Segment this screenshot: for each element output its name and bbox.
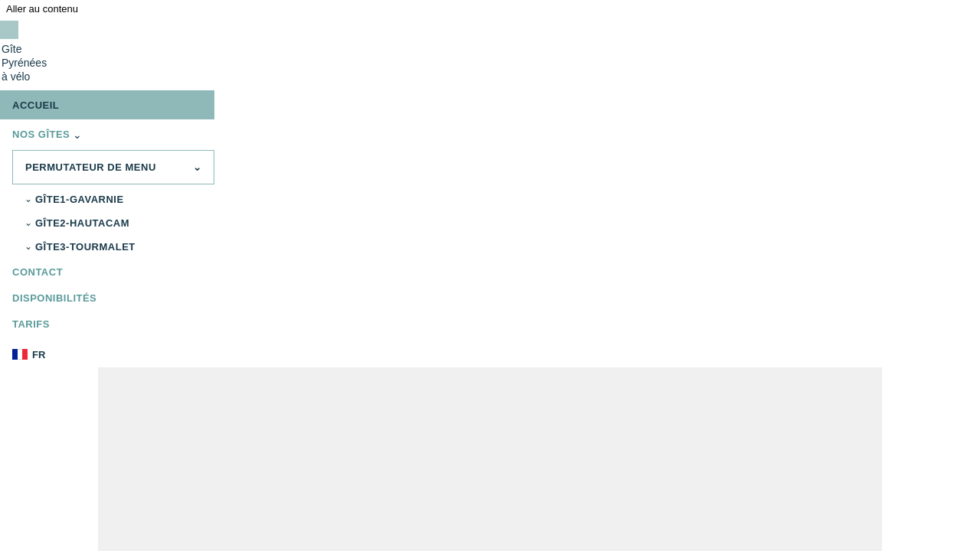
main-content [98, 367, 882, 551]
nav-accueil[interactable]: ACCUEIL [0, 90, 214, 119]
contact-link[interactable]: CONTACT [12, 266, 63, 278]
brand-title: Gîte Pyrénées à vélo [0, 42, 980, 84]
nav-gite1[interactable]: ⌄ GÎTE1-GAVARNIE [0, 187, 245, 211]
disponibilites-link[interactable]: DISPONIBILITÉS [12, 292, 96, 304]
logo-area: Gîte Pyrénées à vélo [0, 18, 980, 87]
accueil-link[interactable]: ACCUEIL [12, 99, 59, 111]
tarifs-link[interactable]: TARIFS [12, 318, 50, 330]
chevron-gite2-icon: ⌄ [24, 217, 32, 228]
nav-contact[interactable]: CONTACT [0, 259, 245, 285]
chevron-gite3-icon: ⌄ [24, 241, 32, 252]
chevron-gite1-icon: ⌄ [24, 194, 32, 204]
flag-fr-icon [12, 349, 28, 360]
nav-gite2[interactable]: ⌄ GÎTE2-HAUTACAM [0, 211, 245, 235]
logo-image [0, 21, 18, 39]
language-code: FR [32, 349, 45, 360]
gite2-link[interactable]: GÎTE2-HAUTACAM [35, 217, 129, 229]
nav-gite3[interactable]: ⌄ GÎTE3-TOURMALET [0, 235, 245, 259]
nav-disponibilites[interactable]: DISPONIBILITÉS [0, 285, 245, 311]
main-nav: ACCUEIL NOS GÎTES ⌄ PERMUTATEUR DE MENU … [0, 90, 245, 373]
skip-link[interactable]: Aller au contenu [0, 0, 980, 18]
chevron-permutateur-icon: ⌄ [193, 161, 202, 173]
nos-gites-link[interactable]: NOS GÎTES [12, 129, 70, 140]
nav-nos-gites[interactable]: NOS GÎTES ⌄ [0, 122, 245, 147]
gite3-link[interactable]: GÎTE3-TOURMALET [35, 241, 136, 253]
nav-tarifs[interactable]: TARIFS [0, 311, 245, 337]
nav-permutateur-button[interactable]: PERMUTATEUR DE MENU ⌄ [12, 150, 214, 184]
permutateur-label: PERMUTATEUR DE MENU [25, 161, 156, 173]
gite1-link[interactable]: GÎTE1-GAVARNIE [35, 194, 124, 205]
chevron-down-icon: ⌄ [73, 129, 82, 141]
